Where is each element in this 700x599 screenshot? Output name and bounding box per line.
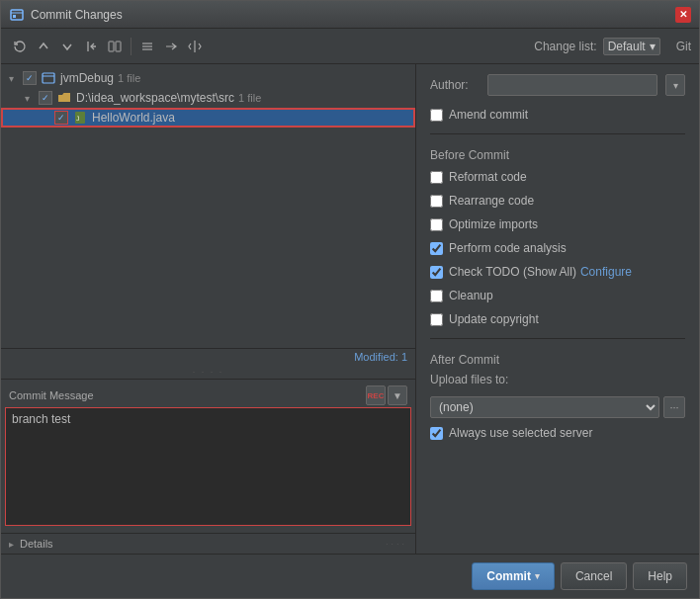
change-list-label: Change list: bbox=[534, 40, 596, 53]
svg-rect-4 bbox=[116, 42, 121, 51]
amend-row: Amend commit bbox=[430, 106, 685, 124]
tree-checkbox-jvmdebug[interactable]: ✓ bbox=[23, 71, 37, 85]
details-section[interactable]: ▸ Details ···· bbox=[1, 533, 415, 554]
tree-item-helloworld[interactable]: ▸ ✓ J HelloWorld.java bbox=[1, 108, 415, 128]
cleanup-checkbox[interactable] bbox=[430, 290, 443, 302]
dialog-title: Commit Changes bbox=[31, 8, 675, 22]
svg-rect-9 bbox=[43, 73, 54, 83]
toolbar-revert-btn[interactable] bbox=[80, 36, 102, 57]
toolbar-expand-btn[interactable] bbox=[136, 36, 158, 57]
tree-hw-arrow-icon: ▸ bbox=[41, 113, 54, 124]
author-row: Author: ▾ bbox=[430, 74, 685, 96]
author-input[interactable] bbox=[487, 74, 657, 96]
src-count: 1 file bbox=[238, 92, 261, 104]
always-use-label: Always use selected server bbox=[449, 426, 592, 440]
toolbar-merge-btn[interactable] bbox=[160, 36, 182, 57]
upload-select[interactable]: (none) bbox=[430, 396, 659, 418]
help-button[interactable]: Help bbox=[633, 562, 687, 590]
tree-src-arrow-icon: ▾ bbox=[25, 93, 39, 104]
change-list-dropdown[interactable]: Default ▾ bbox=[603, 38, 660, 55]
cancel-button[interactable]: Cancel bbox=[561, 562, 627, 590]
commit-message-textarea[interactable] bbox=[5, 407, 411, 526]
before-commit-title: Before Commit bbox=[430, 148, 685, 162]
toolbar-down-btn[interactable] bbox=[56, 36, 78, 57]
tree-checkbox-helloworld[interactable]: ✓ bbox=[54, 111, 68, 125]
author-label: Author: bbox=[430, 78, 480, 92]
checktodo-row: Check TODO (Show All) Configure bbox=[430, 263, 685, 281]
details-drag-icon: ···· bbox=[386, 539, 407, 549]
rec-button[interactable]: REC bbox=[366, 385, 386, 405]
reformat-row: Reformat code bbox=[430, 168, 685, 186]
jvmdebug-count: 1 file bbox=[118, 72, 140, 84]
after-commit-divider bbox=[430, 338, 685, 339]
drag-handle-top[interactable]: · · · · bbox=[1, 365, 415, 379]
file-tree[interactable]: ▾ ✓ jvmDebug 1 file ▾ ✓ D:\idea_workspac… bbox=[1, 64, 415, 348]
updatecopyright-label: Update copyright bbox=[449, 312, 539, 326]
toolbar-diff-btn[interactable] bbox=[104, 36, 126, 57]
tree-arrow-icon: ▾ bbox=[9, 73, 23, 84]
dialog-icon bbox=[9, 7, 25, 23]
svg-rect-3 bbox=[109, 42, 114, 51]
optimize-label: Optimize imports bbox=[449, 217, 538, 231]
updatecopyright-checkbox[interactable] bbox=[430, 313, 443, 326]
upload-more-btn[interactable]: ··· bbox=[663, 396, 685, 418]
cleanup-label: Cleanup bbox=[449, 289, 493, 302]
reformat-checkbox[interactable] bbox=[430, 171, 443, 184]
amend-checkbox[interactable] bbox=[430, 109, 443, 122]
checktodo-label: Check TODO (Show All) bbox=[449, 265, 576, 279]
git-label: Git bbox=[676, 40, 691, 53]
before-commit-divider bbox=[430, 133, 685, 134]
details-arrow-icon: ▸ bbox=[9, 539, 14, 550]
tree-item-src[interactable]: ▾ ✓ D:\idea_workspace\mytest\src 1 file bbox=[1, 88, 415, 108]
perform-checkbox[interactable] bbox=[430, 242, 443, 255]
left-panel: ▾ ✓ jvmDebug 1 file ▾ ✓ D:\idea_workspac… bbox=[1, 64, 416, 554]
always-use-checkbox[interactable] bbox=[430, 427, 443, 440]
upload-label: Upload files to: bbox=[430, 373, 685, 386]
toolbar-separator bbox=[131, 38, 131, 55]
close-button[interactable]: ✕ bbox=[675, 7, 691, 23]
commit-btn-label: Commit bbox=[486, 569, 531, 583]
change-list-arrow-icon: ▾ bbox=[650, 40, 656, 53]
toolbar-split-btn[interactable] bbox=[184, 36, 206, 57]
checktodo-label-area: Check TODO (Show All) Configure bbox=[449, 265, 632, 279]
perform-row: Perform code analysis bbox=[430, 239, 685, 257]
jvmdebug-label: jvmDebug bbox=[60, 71, 114, 85]
commit-message-area: Commit Message REC ▼ bbox=[1, 379, 415, 533]
helloworld-label: HelloWorld.java bbox=[92, 111, 175, 125]
amend-label: Amend commit bbox=[449, 108, 528, 122]
svg-text:J: J bbox=[76, 115, 80, 122]
updatecopyright-row: Update copyright bbox=[430, 310, 685, 328]
author-dropdown-btn[interactable]: ▾ bbox=[665, 74, 685, 96]
cancel-btn-label: Cancel bbox=[575, 569, 612, 583]
commit-changes-dialog: Commit Changes ✕ Change list: bbox=[0, 0, 700, 599]
module-icon bbox=[41, 70, 56, 86]
commit-message-tools: REC ▼ bbox=[366, 385, 407, 405]
help-btn-label: Help bbox=[648, 569, 672, 583]
reformat-label: Reformat code bbox=[449, 170, 527, 184]
toolbar-refresh-btn[interactable] bbox=[9, 36, 31, 57]
perform-label: Perform code analysis bbox=[449, 241, 567, 255]
src-label: D:\idea_workspace\mytest\src bbox=[76, 91, 234, 105]
commit-message-label: Commit Message bbox=[9, 389, 94, 401]
toolbar: Change list: Default ▾ Git bbox=[1, 29, 699, 64]
rearrange-row: Rearrange code bbox=[430, 192, 685, 210]
modified-text: Modified: 1 bbox=[354, 351, 407, 363]
commit-button[interactable]: Commit ▾ bbox=[472, 562, 555, 590]
commit-msg-arrow-btn[interactable]: ▼ bbox=[388, 385, 407, 405]
cleanup-row: Cleanup bbox=[430, 287, 685, 304]
always-use-row: Always use selected server bbox=[430, 424, 685, 442]
rearrange-checkbox[interactable] bbox=[430, 195, 443, 208]
commit-message-header: Commit Message REC ▼ bbox=[5, 384, 411, 407]
configure-link[interactable]: Configure bbox=[580, 265, 632, 279]
folder-icon bbox=[56, 90, 72, 106]
checktodo-checkbox[interactable] bbox=[430, 266, 443, 279]
change-list-value: Default bbox=[608, 40, 646, 53]
change-list-area: Change list: Default ▾ Git bbox=[534, 38, 691, 55]
modified-info: Modified: 1 bbox=[1, 348, 415, 365]
upload-row: (none) ··· bbox=[430, 396, 685, 418]
tree-checkbox-src[interactable]: ✓ bbox=[39, 91, 52, 105]
toolbar-up-btn[interactable] bbox=[33, 36, 54, 57]
tree-item-jvmdebug[interactable]: ▾ ✓ jvmDebug 1 file bbox=[1, 68, 415, 88]
optimize-checkbox[interactable] bbox=[430, 218, 443, 231]
after-commit-title: After Commit bbox=[430, 353, 685, 367]
